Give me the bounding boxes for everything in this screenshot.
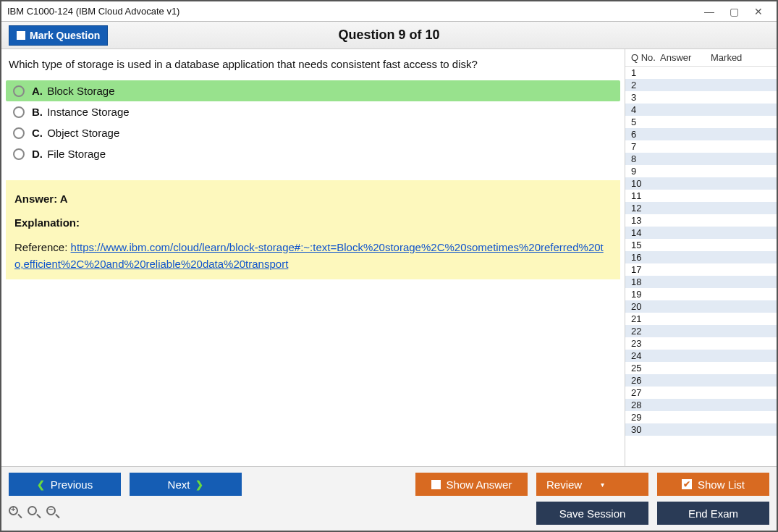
explanation-label: Explanation: (14, 214, 612, 231)
question-row[interactable]: 4 (625, 104, 777, 116)
question-text: Which type of storage is used in a datab… (1, 49, 625, 80)
previous-button[interactable]: ❮ Previous (9, 473, 121, 496)
mark-question-button[interactable]: Mark Question (9, 25, 108, 46)
question-row[interactable]: 13 (625, 214, 777, 227)
chevron-right-icon: ❯ (195, 479, 203, 490)
header-qno: Q No. (631, 52, 660, 63)
footer: ❮ Previous Next ❯ Show Answer Review ▾ ✔… (1, 466, 777, 531)
next-button[interactable]: Next ❯ (130, 473, 242, 496)
app-window: IBM C1000-124 (IBM Cloud Advocate v1) — … (0, 0, 778, 532)
question-row[interactable]: 16 (625, 251, 777, 263)
question-row[interactable]: 11 (625, 190, 777, 202)
question-row[interactable]: 17 (625, 263, 777, 276)
question-row[interactable]: 19 (625, 288, 777, 300)
radio-icon (13, 106, 25, 118)
minimize-icon[interactable]: — (697, 4, 722, 20)
radio-icon (13, 85, 25, 97)
end-exam-label: End Exam (688, 507, 738, 520)
option-D[interactable]: D. File Storage (6, 143, 620, 164)
topbar: Mark Question Question 9 of 10 (1, 22, 777, 49)
checkbox-icon (17, 31, 25, 40)
answer-box: Answer: A Explanation: Reference: https:… (6, 180, 620, 279)
question-row[interactable]: 27 (625, 387, 777, 399)
dropdown-icon: ▾ (601, 481, 604, 489)
question-row[interactable]: 1 (625, 67, 777, 79)
question-row[interactable]: 23 (625, 337, 777, 350)
radio-icon (13, 148, 25, 160)
reference-line: Reference: https://www.ibm.com/cloud/lea… (14, 239, 612, 273)
question-list-panel: Q No. Answer Marked 12345678910111213141… (625, 49, 777, 466)
header-answer: Answer (660, 52, 711, 63)
question-row[interactable]: 28 (625, 399, 777, 411)
zoom-out-icon[interactable]: – (46, 506, 61, 520)
check-icon: ✔ (682, 479, 692, 489)
show-answer-button[interactable]: Show Answer (415, 473, 528, 496)
question-row[interactable]: 12 (625, 202, 777, 214)
main-panel: Which type of storage is used in a datab… (1, 49, 625, 466)
show-list-button[interactable]: ✔ Show List (657, 473, 769, 496)
titlebar: IBM C1000-124 (IBM Cloud Advocate v1) — … (1, 1, 777, 22)
chevron-left-icon: ❮ (37, 479, 45, 490)
previous-label: Previous (51, 478, 93, 491)
end-exam-button[interactable]: End Exam (657, 502, 769, 525)
maximize-icon[interactable]: ▢ (722, 4, 746, 20)
question-counter: Question 9 of 10 (1, 28, 777, 43)
show-list-label: Show List (698, 478, 745, 491)
question-row[interactable]: 21 (625, 313, 777, 325)
question-row[interactable]: 22 (625, 325, 777, 337)
question-row[interactable]: 14 (625, 227, 777, 239)
reference-link[interactable]: https://www.ibm.com/cloud/learn/block-st… (14, 241, 604, 270)
question-list[interactable]: 1234567891011121314151617181920212223242… (625, 67, 777, 466)
question-row[interactable]: 15 (625, 239, 777, 251)
question-row[interactable]: 30 (625, 423, 777, 436)
question-row[interactable]: 25 (625, 362, 777, 374)
checkbox-icon (431, 480, 441, 489)
review-button[interactable]: Review ▾ (536, 473, 648, 496)
option-A[interactable]: A. Block Storage (6, 80, 620, 101)
option-C[interactable]: C. Object Storage (6, 122, 620, 143)
question-row[interactable]: 20 (625, 300, 777, 313)
next-label: Next (168, 478, 190, 491)
question-list-header: Q No. Answer Marked (625, 49, 777, 67)
review-label: Review (546, 478, 582, 491)
options-list: A. Block StorageB. Instance StorageC. Ob… (1, 80, 625, 164)
question-row[interactable]: 26 (625, 374, 777, 387)
mark-question-label: Mark Question (30, 30, 100, 41)
question-row[interactable]: 8 (625, 153, 777, 165)
question-row[interactable]: 9 (625, 165, 777, 177)
save-session-button[interactable]: Save Session (536, 502, 648, 525)
radio-icon (13, 127, 25, 139)
zoom-controls: + – (9, 506, 61, 520)
zoom-in-icon[interactable] (28, 506, 42, 520)
header-marked: Marked (711, 52, 772, 63)
question-row[interactable]: 29 (625, 411, 777, 423)
answer-label: Answer: A (14, 190, 612, 207)
option-B[interactable]: B. Instance Storage (6, 101, 620, 122)
reference-prefix: Reference: (14, 241, 71, 253)
show-answer-label: Show Answer (447, 478, 512, 491)
window-title: IBM C1000-124 (IBM Cloud Advocate v1) (7, 6, 179, 17)
close-icon[interactable]: ✕ (746, 4, 771, 20)
question-row[interactable]: 24 (625, 350, 777, 362)
question-row[interactable]: 10 (625, 177, 777, 190)
question-row[interactable]: 7 (625, 140, 777, 153)
question-row[interactable]: 18 (625, 276, 777, 288)
question-row[interactable]: 6 (625, 128, 777, 140)
question-row[interactable]: 5 (625, 116, 777, 128)
question-row[interactable]: 2 (625, 79, 777, 91)
save-session-label: Save Session (559, 507, 626, 520)
zoom-reset-icon[interactable]: + (9, 506, 23, 520)
question-row[interactable]: 3 (625, 91, 777, 104)
